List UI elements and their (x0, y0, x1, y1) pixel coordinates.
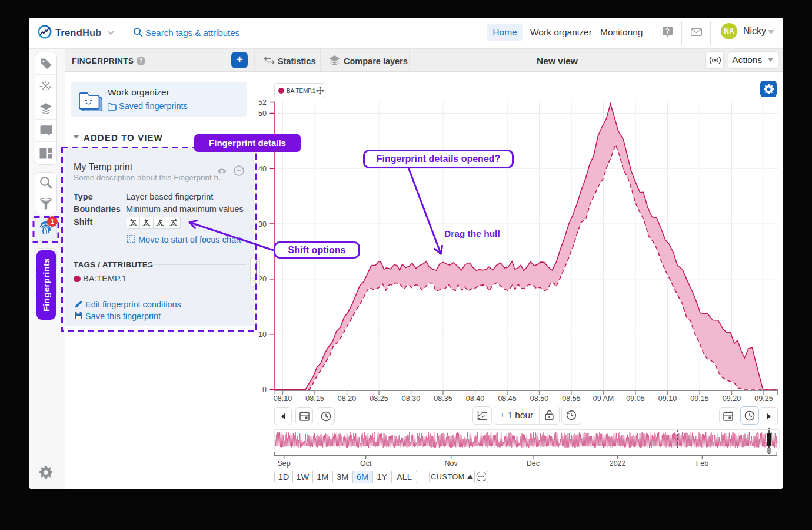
svg-text:08:45: 08:45 (498, 395, 516, 403)
svg-text:50: 50 (258, 110, 267, 118)
svg-text:08:40: 08:40 (466, 395, 484, 403)
svg-text:Oct: Oct (360, 459, 372, 468)
svg-text:08:15: 08:15 (305, 395, 324, 403)
svg-text:52: 52 (258, 98, 267, 107)
svg-text:09:05: 09:05 (626, 395, 644, 403)
svg-text:09:15: 09:15 (690, 395, 708, 403)
svg-text:30: 30 (258, 220, 267, 228)
svg-text:09:20: 09:20 (723, 395, 741, 403)
svg-text:08:55: 08:55 (562, 395, 580, 403)
svg-text:08:20: 08:20 (338, 395, 356, 403)
svg-text:08:30: 08:30 (402, 395, 420, 403)
svg-text:0: 0 (262, 386, 267, 394)
svg-text:08:35: 08:35 (434, 395, 452, 403)
svg-text:2022: 2022 (610, 459, 626, 468)
svg-text:09 AM: 09 AM (593, 395, 614, 403)
svg-text:10: 10 (258, 330, 267, 339)
svg-text:×: × (49, 84, 52, 88)
svg-text:09:25: 09:25 (754, 395, 773, 403)
svg-text:Sep: Sep (277, 459, 290, 468)
svg-text:Feb: Feb (696, 459, 709, 468)
svg-text:−: − (45, 87, 48, 92)
svg-text:08:25: 08:25 (370, 395, 388, 403)
svg-text:08:10: 08:10 (274, 395, 292, 403)
svg-text:09:10: 09:10 (658, 395, 677, 403)
svg-text:08:50: 08:50 (530, 395, 548, 403)
svg-text:40: 40 (258, 165, 267, 173)
svg-text:Dec: Dec (527, 459, 540, 468)
svg-text:Nov: Nov (444, 459, 458, 468)
svg-text:+: + (44, 80, 47, 85)
svg-text:?: ? (665, 27, 670, 35)
svg-text:?: ? (139, 58, 142, 64)
svg-text:÷: ÷ (40, 84, 43, 89)
